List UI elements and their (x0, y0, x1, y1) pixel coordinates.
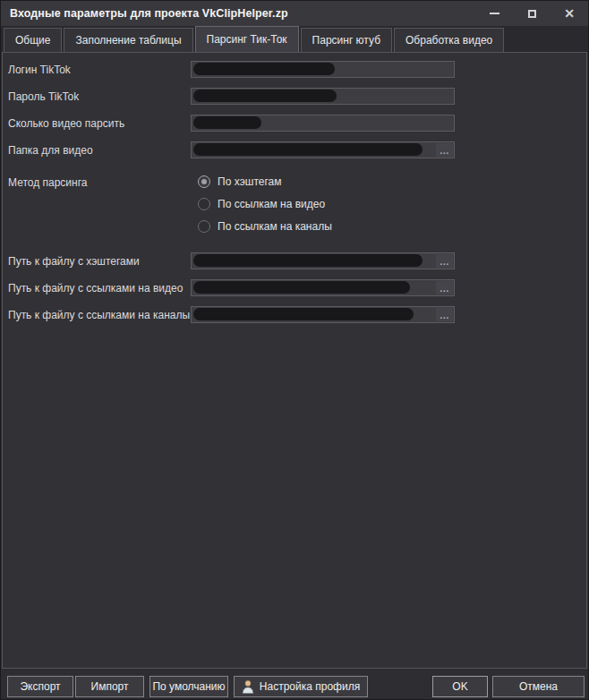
video-folder-input[interactable]: ... (191, 141, 455, 158)
tiktok-login-input[interactable] (191, 61, 455, 78)
redacted-value (193, 308, 414, 320)
minimize-button[interactable] (475, 1, 513, 26)
hashtags-file-input[interactable]: ... (191, 252, 455, 269)
maximize-icon (528, 10, 536, 18)
radio-by-channel-links[interactable]: По ссылкам на каналы (198, 219, 332, 234)
label-video-links-file: Путь к файлу с ссылками на видео (8, 282, 183, 295)
label-channel-links-file: Путь к файлу с ссылками на каналы (8, 309, 190, 321)
radio-icon[interactable] (198, 198, 210, 210)
label-video-folder: Папка для видео (8, 144, 93, 157)
redacted-value (193, 116, 261, 129)
tab-obrabotka-video[interactable]: Обработка видео (394, 28, 504, 52)
window-title: Входные параметры для проекта VkClipHelp… (1, 7, 288, 20)
tab-obshchie[interactable]: Общие (4, 28, 62, 52)
video-count-input[interactable] (191, 115, 455, 132)
ok-button[interactable]: OK (432, 676, 488, 697)
minimize-icon (490, 13, 499, 14)
import-button[interactable]: Импорт (75, 676, 144, 697)
profile-settings-button[interactable]: Настройка профиля (234, 676, 368, 697)
title-bar: Входные параметры для проекта VkClipHelp… (1, 1, 588, 26)
tab-parsing-tiktok[interactable]: Парсинг Тик-Ток (195, 26, 299, 52)
browse-button[interactable]: ... (436, 308, 453, 321)
window-controls: ✕ (475, 1, 588, 26)
user-icon (242, 679, 254, 694)
tab-bar: Общие Заполнение таблицы Парсинг Тик-Ток… (1, 26, 588, 52)
close-icon: ✕ (564, 7, 575, 20)
radio-dot (201, 179, 207, 184)
radio-label: По ссылкам на видео (218, 198, 325, 210)
close-button[interactable]: ✕ (551, 1, 588, 26)
cancel-button[interactable]: Отмена (492, 676, 585, 697)
label-tiktok-login: Логин TikTok (8, 64, 71, 76)
radio-by-hashtags[interactable]: По хэштегам (198, 175, 281, 189)
channel-links-file-input[interactable]: ... (191, 306, 455, 323)
redacted-value (193, 63, 335, 75)
dialog-window: Входные параметры для проекта VkClipHelp… (0, 0, 589, 700)
defaults-button[interactable]: По умолчанию (149, 676, 228, 697)
export-button[interactable]: Экспорт (7, 676, 73, 697)
browse-button[interactable]: ... (436, 143, 453, 157)
redacted-value (193, 143, 423, 156)
label-video-count: Сколько видео парсить (8, 117, 124, 130)
radio-icon[interactable] (198, 220, 210, 233)
tab-zapolnenie-tablicy[interactable]: Заполнение таблицы (64, 28, 192, 52)
label-hashtags-file: Путь к файлу с хэштегами (8, 255, 140, 268)
tab-parsing-youtube[interactable]: Парсинг ютуб (301, 28, 392, 52)
redacted-value (193, 254, 423, 267)
label-tiktok-password: Пароль TikTok (8, 90, 79, 103)
profile-settings-label: Настройка профиля (260, 680, 360, 693)
redacted-value (193, 90, 337, 102)
maximize-button[interactable] (513, 1, 551, 26)
tiktok-password-input[interactable] (191, 88, 455, 105)
radio-by-video-links[interactable]: По ссылкам на видео (198, 197, 325, 211)
video-links-file-input[interactable]: ... (191, 279, 455, 296)
browse-button[interactable]: ... (436, 254, 453, 268)
redacted-value (193, 281, 410, 294)
radio-icon[interactable] (198, 175, 210, 188)
radio-label: По ссылкам на каналы (218, 220, 332, 233)
browse-button[interactable]: ... (436, 281, 453, 295)
label-parsing-method: Метод парсинга (8, 176, 87, 189)
radio-label: По хэштегам (218, 175, 281, 188)
